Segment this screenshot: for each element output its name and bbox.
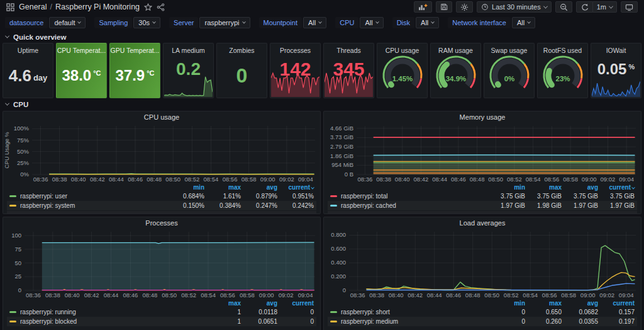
panel-title[interactable]: Load averages: [324, 217, 641, 229]
plot-area[interactable]: 08:3608:3808:4008:4208:4408:4608:4808:50…: [3, 123, 320, 183]
legend-sort-avg[interactable]: avg: [241, 184, 277, 191]
time-series-plot[interactable]: 08:3608:3808:4008:4208:4408:4608:4808:50…: [3, 229, 320, 299]
time-series-plot[interactable]: 08:3608:3808:4008:4208:4408:4608:4808:50…: [3, 123, 320, 183]
time-range-picker[interactable]: Last 30 minutes: [477, 1, 552, 13]
time-series-plot[interactable]: 08:3608:3808:4008:4208:4408:4608:4808:50…: [324, 229, 641, 299]
svg-text:08:40: 08:40: [71, 176, 86, 183]
legend-sort-min[interactable]: min: [489, 184, 525, 191]
plot-area[interactable]: 08:3608:3808:4008:4208:4408:4608:4808:50…: [3, 229, 320, 299]
breadcrumb-separator: /: [50, 3, 52, 11]
legend-sort-max[interactable]: max: [525, 300, 562, 307]
panel-title[interactable]: Swap usage: [484, 43, 534, 54]
legend-sort-max[interactable]: max: [204, 300, 241, 307]
panel-title[interactable]: Uptime: [3, 43, 53, 54]
legend-series-name[interactable]: raspberrypi: cached: [330, 202, 489, 209]
legend-header-row: maxavgcurrent: [7, 299, 316, 307]
legend-series-name[interactable]: raspberrypi: user: [9, 193, 168, 200]
svg-text:08:46: 08:46: [446, 292, 461, 299]
gauge: 23%: [539, 54, 587, 90]
legend-sort-avg[interactable]: avg: [241, 300, 277, 307]
legend-series-name[interactable]: raspberrypi: medium: [330, 318, 489, 325]
legend-sort-avg[interactable]: avg: [562, 300, 598, 307]
legend-sort-current[interactable]: current: [598, 184, 635, 191]
stat-value-number: 0: [236, 65, 248, 86]
sparkline: [164, 76, 213, 97]
template-variables-row: datasourcedefaultSampling30sServerraspbe…: [0, 14, 644, 31]
filter-value-dropdown[interactable]: default: [49, 17, 86, 28]
svg-text:08:56: 08:56: [542, 292, 557, 299]
time-series-plot[interactable]: 08:3608:3808:4008:4208:4408:4608:4808:50…: [324, 123, 641, 183]
legend-sort-min[interactable]: min: [168, 184, 204, 191]
time-range-label: Last 30 minutes: [492, 3, 541, 11]
add-panel-button[interactable]: [414, 1, 432, 13]
filter-value-dropdown[interactable]: All: [303, 17, 326, 28]
legend-sort-current[interactable]: current: [598, 300, 635, 307]
svg-text:08:48: 08:48: [470, 176, 485, 183]
dashboards-grid-icon[interactable]: [6, 3, 14, 11]
panel-title[interactable]: GPU Temperat...: [110, 43, 160, 54]
svg-text:08:44: 08:44: [104, 292, 119, 299]
legend-value: 1.97 GiB: [598, 202, 635, 209]
legend-sort-max[interactable]: max: [525, 184, 562, 191]
panel-title[interactable]: Memory usage: [324, 111, 641, 123]
legend-sort-max[interactable]: max: [204, 184, 241, 191]
panel-title[interactable]: Zombies: [217, 43, 267, 54]
filter-label: Sampling: [94, 17, 132, 28]
section-header-quick-overview[interactable]: Quick overview: [0, 31, 644, 42]
filter-value: 30s: [138, 19, 150, 26]
sparkline: [592, 81, 640, 97]
filter-value-dropdown[interactable]: All: [512, 17, 535, 28]
legend-value: 0.879%: [241, 193, 277, 200]
dashboard-settings-button[interactable]: [456, 1, 473, 13]
panel-title[interactable]: CPU usage: [377, 43, 427, 54]
filter-value-dropdown[interactable]: All: [416, 17, 439, 28]
breadcrumb-section[interactable]: General: [19, 3, 47, 11]
star-icon[interactable]: [144, 3, 152, 11]
legend-value: 0.197: [598, 318, 635, 325]
legend-series-name[interactable]: raspberrypi: system: [9, 202, 168, 209]
stat-panel-la-medium: LA medium0.2: [163, 43, 214, 98]
zoom-out-time-button[interactable]: [555, 1, 572, 13]
stat-value: 4.6day: [3, 54, 53, 98]
chart-panel-load-averages: Load averages08:3608:3808:4008:4208:4408…: [323, 217, 641, 330]
legend-sort-label: min: [514, 300, 525, 307]
section-title: CPU: [13, 101, 28, 108]
refresh-button[interactable]: [576, 1, 593, 13]
svg-text:25%: 25%: [17, 159, 30, 166]
refresh-interval-dropdown[interactable]: 1m: [593, 1, 617, 13]
panel-title[interactable]: Processes: [3, 217, 320, 229]
panel-title[interactable]: CPU Temperat...: [57, 43, 106, 54]
filter-value-dropdown[interactable]: All: [360, 17, 383, 28]
svg-text:09:00: 09:00: [582, 176, 597, 183]
section-header-cpu[interactable]: CPU: [0, 98, 644, 110]
legend-series-name[interactable]: raspberrypi: short: [330, 309, 489, 316]
kiosk-mode-button[interactable]: [621, 1, 638, 13]
legend-sort-current[interactable]: current: [277, 300, 314, 307]
panel-title[interactable]: RAM usage: [431, 43, 480, 54]
svg-text:08:58: 08:58: [242, 176, 257, 183]
legend-series-label: raspberrypi: system: [20, 202, 75, 209]
share-icon[interactable]: [157, 3, 165, 11]
filter-value-dropdown[interactable]: 30s: [133, 17, 160, 28]
plot-area[interactable]: 08:3608:3808:4008:4208:4408:4608:4808:50…: [324, 229, 641, 299]
legend-series-name[interactable]: raspberrypi: total: [330, 193, 489, 200]
svg-text:09:04: 09:04: [619, 176, 634, 183]
filter-value-dropdown[interactable]: raspberrypi: [199, 17, 250, 28]
stat-value: 37.9°C: [110, 54, 160, 98]
legend-sort-avg[interactable]: avg: [562, 184, 598, 191]
svg-text:09:02: 09:02: [279, 292, 294, 299]
series-color-marker: [330, 195, 337, 197]
save-dashboard-button[interactable]: [436, 1, 452, 13]
stat-value-number: 4.6: [9, 67, 31, 84]
legend-sort-current[interactable]: current: [277, 184, 314, 191]
panel-title[interactable]: RootFS used: [538, 43, 587, 54]
plot-area[interactable]: 08:3608:3808:4008:4208:4408:4608:4808:50…: [324, 123, 641, 183]
legend-series-name[interactable]: raspberrypi: blocked: [9, 318, 204, 325]
svg-text:50%: 50%: [17, 148, 30, 155]
svg-text:08:38: 08:38: [369, 292, 384, 299]
refresh-interval-label: 1m: [597, 3, 606, 11]
clipped-legend-row: [328, 211, 637, 214]
legend-sort-min[interactable]: min: [489, 300, 525, 307]
panel-title[interactable]: CPU usage: [3, 111, 320, 123]
legend-series-name[interactable]: raspberrypi: running: [9, 309, 204, 316]
